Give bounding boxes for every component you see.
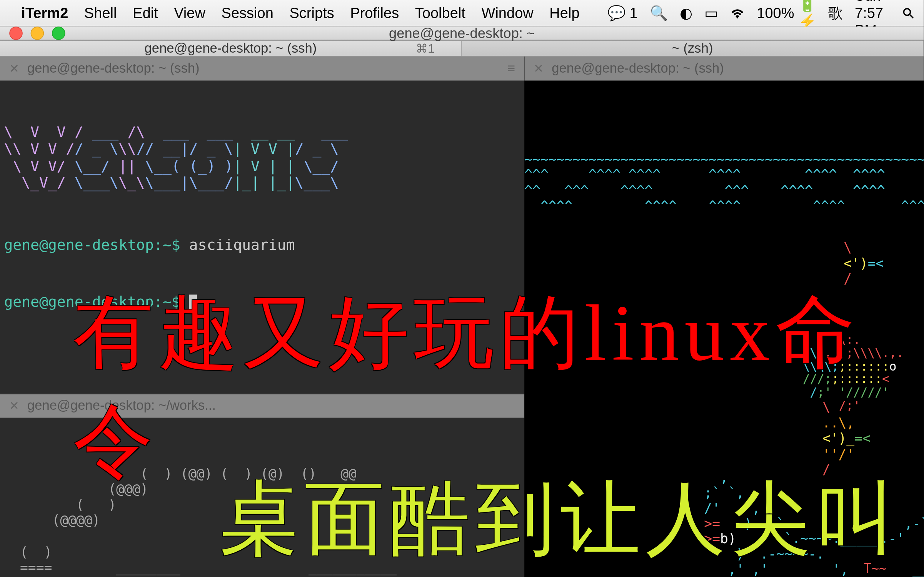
app-name[interactable]: iTerm2 [21,4,68,22]
menu-profiles[interactable]: Profiles [350,4,399,22]
control-center-icon[interactable]: ◐ [680,4,692,22]
svg-line-1 [910,14,913,18]
minimize-window-button[interactable] [31,27,44,40]
close-session-icon[interactable]: ✕ [9,398,19,412]
battery-icon[interactable]: 100% 🔋⚡ [757,0,816,30]
close-session-icon[interactable]: ✕ [534,61,544,75]
session-tab-right[interactable]: ✕ gene@gene-desktop: ~ (ssh) [524,57,924,80]
tab-zsh[interactable]: ~ (zsh) [462,41,924,56]
close-session-icon[interactable]: ✕ [9,61,19,75]
menu-window[interactable]: Window [481,4,533,22]
window-titlebar[interactable]: gene@gene-desktop: ~ [0,27,924,40]
spotlight-icon[interactable]: 🔍 [650,4,668,22]
display-icon[interactable]: ▭ [704,4,718,22]
menu-toolbelt[interactable]: Toolbelt [415,4,465,22]
wechat-icon[interactable]: 💬 1 [607,4,637,22]
search-icon[interactable] [902,7,914,19]
menu-shell[interactable]: Shell [84,4,117,22]
menu-view[interactable]: View [174,4,205,22]
window-title: gene@gene-desktop: ~ [389,25,535,42]
menu-scripts[interactable]: Scripts [289,4,334,22]
session-tab-1[interactable]: ✕ gene@gene-desktop: ~ (ssh) ≡ [0,57,524,80]
maximize-window-button[interactable] [52,27,65,40]
input-method-icon[interactable]: 歌 [828,3,843,23]
menu-edit[interactable]: Edit [133,4,158,22]
prompt-line-1: gene@gene-desktop:~$ asciiquarium [4,236,520,254]
wifi-icon[interactable] [730,8,745,18]
macos-menubar: iTerm2 Shell Edit View Session Scripts P… [0,0,924,27]
water-surface: ~~~~~~~~~~~~~~~~~~~~~~~~~~~~~~~~~~~~~~~~… [524,152,924,168]
svg-point-0 [904,8,910,15]
overlay-title-2: 桌面酷到让人尖叫 [220,466,901,574]
welcome-ascii-art: \ V V / ___ /\ ___ ___ __ __ ___ \\ V V … [4,124,520,191]
overlay-title-1: 有趣又好玩的linux命令 [73,279,924,496]
window-tabs: gene@gene-desktop: ~ (ssh) ⌘1 ~ (zsh) [0,41,924,57]
menu-help[interactable]: Help [549,4,579,22]
session-menu-icon[interactable]: ≡ [507,60,515,76]
close-window-button[interactable] [9,27,23,40]
tab-shortcut: ⌘1 [416,41,434,55]
water-waves: ^^^ ^^^^ ^^^^ ^^^^ ^^^^ ^^^^ ^^^^ ^^^^ ^… [524,167,924,214]
menu-session[interactable]: Session [221,4,273,22]
tab-ssh[interactable]: gene@gene-desktop: ~ (ssh) ⌘1 [0,41,462,56]
